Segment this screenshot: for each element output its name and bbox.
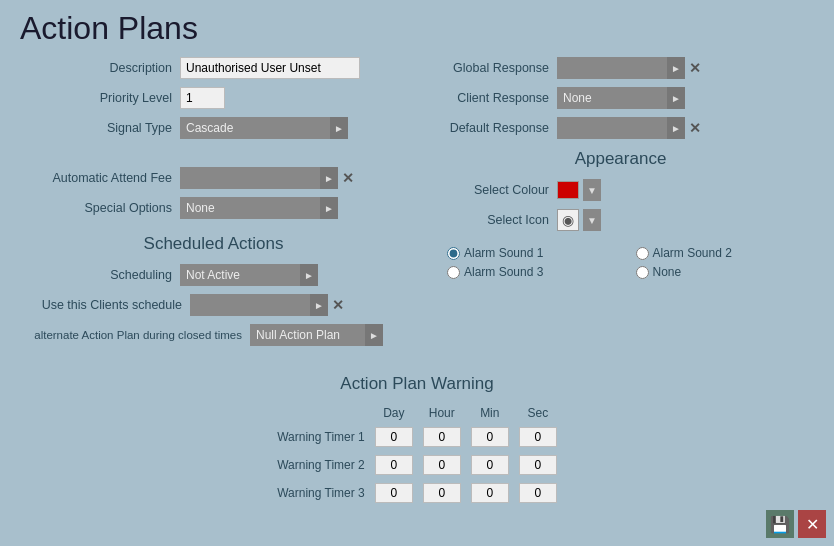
timer3-label: Warning Timer 3 <box>273 480 369 506</box>
scheduling-dropdown[interactable]: Not Active ► <box>180 264 318 286</box>
alarm-sound-2-label[interactable]: Alarm Sound 2 <box>636 246 815 260</box>
description-label: Description <box>20 61 180 75</box>
timer3-day[interactable] <box>375 483 413 503</box>
clients-schedule-dropdown[interactable]: ► ✕ <box>190 294 344 316</box>
alarm-sound-3-radio[interactable] <box>447 266 460 279</box>
cancel-button[interactable]: ✕ <box>798 510 826 538</box>
timer3-hour[interactable] <box>423 483 461 503</box>
col-min: Min <box>467 404 513 422</box>
global-value[interactable] <box>557 57 667 79</box>
special-dropdown[interactable]: None ► <box>180 197 338 219</box>
client-row: Client Response None ► <box>427 87 814 109</box>
timer3-sec[interactable] <box>519 483 557 503</box>
description-input[interactable] <box>180 57 360 79</box>
special-value[interactable]: None <box>180 197 320 219</box>
save-icon: 💾 <box>770 515 790 534</box>
timer2-min[interactable] <box>471 455 509 475</box>
timer2-label: Warning Timer 2 <box>273 452 369 478</box>
icon-label: Select Icon <box>427 213 557 227</box>
priority-label: Priority Level <box>20 91 180 105</box>
global-row: Global Response ► ✕ <box>427 57 814 79</box>
auto-fee-arrow-btn[interactable]: ► <box>320 167 338 189</box>
timer2-hour[interactable] <box>423 455 461 475</box>
alt-action-value[interactable]: Null Action Plan <box>250 324 365 346</box>
default-arrow-btn[interactable]: ► <box>667 117 685 139</box>
signal-value[interactable]: Cascade <box>180 117 330 139</box>
global-dropdown[interactable]: ► ✕ <box>557 57 701 79</box>
scheduling-label: Scheduling <box>20 268 180 282</box>
col-day: Day <box>371 404 417 422</box>
scheduled-title: Scheduled Actions <box>20 234 407 254</box>
timer2-sec[interactable] <box>519 455 557 475</box>
signal-label: Signal Type <box>20 121 180 135</box>
col-hour: Hour <box>419 404 465 422</box>
signal-dropdown[interactable]: Cascade ► <box>180 117 348 139</box>
timer2-day[interactable] <box>375 455 413 475</box>
global-arrow-btn[interactable]: ► <box>667 57 685 79</box>
default-clear-btn[interactable]: ✕ <box>689 120 701 136</box>
bottom-buttons: 💾 ✕ <box>766 510 826 538</box>
alt-action-label: alternate Action Plan during closed time… <box>20 329 250 341</box>
auto-fee-value[interactable] <box>180 167 320 189</box>
special-row: Special Options None ► <box>20 197 407 219</box>
alarm-sound-1-label[interactable]: Alarm Sound 1 <box>447 246 626 260</box>
timer1-min[interactable] <box>471 427 509 447</box>
page-title: Action Plans <box>0 0 834 52</box>
default-value[interactable] <box>557 117 667 139</box>
alarm-sound-1-radio[interactable] <box>447 247 460 260</box>
save-button[interactable]: 💾 <box>766 510 794 538</box>
table-row: Warning Timer 3 <box>273 480 561 506</box>
alt-action-dropdown[interactable]: Null Action Plan ► <box>250 324 383 346</box>
priority-input[interactable] <box>180 87 225 109</box>
timer1-hour[interactable] <box>423 427 461 447</box>
default-label: Default Response <box>427 121 557 135</box>
alarm-sound-2-radio[interactable] <box>636 247 649 260</box>
icon-dropdown-btn[interactable]: ▼ <box>583 209 601 231</box>
client-arrow-btn[interactable]: ► <box>667 87 685 109</box>
alarm-sound-3-text: Alarm Sound 3 <box>464 265 543 279</box>
timer3-min[interactable] <box>471 483 509 503</box>
colour-swatch <box>557 181 579 199</box>
global-label: Global Response <box>427 61 557 75</box>
client-value[interactable]: None <box>557 87 667 109</box>
alt-action-arrow-btn[interactable]: ► <box>365 324 383 346</box>
icon-picker[interactable]: ◉ ▼ <box>557 209 601 231</box>
colour-picker[interactable]: ▼ <box>557 179 601 201</box>
auto-fee-label: Automatic Attend Fee <box>20 171 180 185</box>
alt-action-row: alternate Action Plan during closed time… <box>20 324 407 346</box>
scheduling-arrow-btn[interactable]: ► <box>300 264 318 286</box>
alarm-sound-3-label[interactable]: Alarm Sound 3 <box>447 265 626 279</box>
priority-row: Priority Level <box>20 87 407 109</box>
scheduling-row: Scheduling Not Active ► <box>20 264 407 286</box>
default-dropdown[interactable]: ► ✕ <box>557 117 701 139</box>
col-sec: Sec <box>515 404 561 422</box>
icon-swatch: ◉ <box>557 209 579 231</box>
client-dropdown[interactable]: None ► <box>557 87 685 109</box>
auto-fee-dropdown[interactable]: ► ✕ <box>180 167 354 189</box>
scheduling-value[interactable]: Not Active <box>180 264 300 286</box>
alarm-sound-2-text: Alarm Sound 2 <box>653 246 732 260</box>
clients-schedule-arrow-btn[interactable]: ► <box>310 294 328 316</box>
timer1-label: Warning Timer 1 <box>273 424 369 450</box>
alarm-none-text: None <box>653 265 682 279</box>
signal-row: Signal Type Cascade ► <box>20 117 407 139</box>
alarm-none-radio[interactable] <box>636 266 649 279</box>
icon-row: Select Icon ◉ ▼ <box>427 209 814 231</box>
timer1-sec[interactable] <box>519 427 557 447</box>
auto-fee-clear-btn[interactable]: ✕ <box>342 170 354 186</box>
warning-table: Day Hour Min Sec Warning Timer 1 Warning… <box>271 402 563 508</box>
special-arrow-btn[interactable]: ► <box>320 197 338 219</box>
clients-schedule-row: Use this Clients schedule ► ✕ <box>20 294 407 316</box>
global-clear-btn[interactable]: ✕ <box>689 60 701 76</box>
timer1-day[interactable] <box>375 427 413 447</box>
clients-schedule-clear-btn[interactable]: ✕ <box>332 297 344 313</box>
clients-schedule-value[interactable] <box>190 294 310 316</box>
colour-row: Select Colour ▼ <box>427 179 814 201</box>
alarm-none-label[interactable]: None <box>636 265 815 279</box>
signal-arrow-btn[interactable]: ► <box>330 117 348 139</box>
table-row: Warning Timer 2 <box>273 452 561 478</box>
warning-title: Action Plan Warning <box>20 374 814 394</box>
colour-dropdown-btn[interactable]: ▼ <box>583 179 601 201</box>
left-panel: Description Priority Level Signal Type C… <box>20 57 407 354</box>
colour-label: Select Colour <box>427 183 557 197</box>
